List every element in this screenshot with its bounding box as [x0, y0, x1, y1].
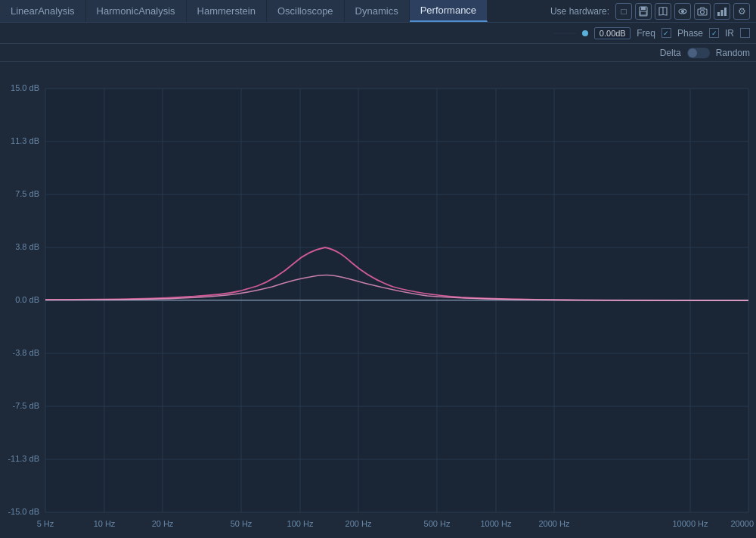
legend-line-dark: [553, 33, 576, 34]
svg-text:500 Hz: 500 Hz: [424, 519, 451, 528]
hw-icon-chart[interactable]: [714, 3, 730, 20]
phase-label: Phase: [677, 28, 703, 39]
svg-text:-7.5 dB: -7.5 dB: [13, 401, 39, 410]
hardware-label: Use hardware:: [550, 6, 609, 17]
tab-linear-analysis[interactable]: LinearAnalysis: [0, 0, 86, 22]
tab-oscilloscope[interactable]: Oscilloscope: [267, 0, 345, 22]
tab-bar: LinearAnalysis HarmonicAnalysis Hammerst…: [0, 0, 756, 23]
svg-text:50 Hz: 50 Hz: [231, 519, 253, 528]
hw-icon-save[interactable]: [635, 3, 652, 20]
svg-text:200 Hz: 200 Hz: [345, 519, 372, 528]
svg-rect-9: [721, 10, 723, 16]
phase-checkbox[interactable]: [709, 28, 719, 38]
hw-icon-gear[interactable]: ⚙: [733, 3, 750, 20]
hw-icon-book[interactable]: [655, 3, 671, 20]
svg-point-7: [701, 11, 705, 14]
freq-checkbox[interactable]: [662, 28, 671, 38]
random-label: Random: [716, 48, 750, 58]
freq-label: Freq: [637, 28, 655, 39]
hw-icon-camera[interactable]: [694, 3, 711, 20]
ir-label: IR: [725, 28, 734, 39]
svg-text:15.0 dB: 15.0 dB: [11, 83, 39, 92]
svg-text:5 Hz: 5 Hz: [37, 519, 54, 528]
svg-rect-8: [717, 12, 720, 16]
svg-text:10 Hz: 10 Hz: [94, 519, 116, 528]
svg-point-5: [682, 11, 684, 13]
hw-icon-rect[interactable]: □: [615, 3, 632, 20]
svg-rect-10: [724, 8, 727, 16]
legend-dot: [582, 30, 588, 36]
svg-text:11.3 dB: 11.3 dB: [11, 136, 39, 145]
tab-performance[interactable]: Performance: [410, 0, 488, 22]
svg-text:-3.8 dB: -3.8 dB: [13, 348, 39, 357]
controls-bar: 0.00dB Freq Phase IR: [0, 23, 756, 44]
tab-hammerstein[interactable]: Hammerstein: [187, 0, 267, 22]
chart-svg: 15.0 dB 11.3 dB 7.5 dB 3.8 dB 0.0 dB -3.…: [0, 62, 756, 538]
svg-text:2000 Hz: 2000 Hz: [539, 519, 570, 528]
svg-text:20000 Hz: 20000 Hz: [730, 519, 756, 528]
svg-text:7.5 dB: 7.5 dB: [15, 189, 39, 198]
svg-rect-1: [641, 7, 646, 10]
svg-text:3.8 dB: 3.8 dB: [15, 242, 39, 251]
svg-text:1000 Hz: 1000 Hz: [481, 519, 512, 528]
svg-text:10000 Hz: 10000 Hz: [672, 519, 708, 528]
db-value-box[interactable]: 0.00dB: [594, 27, 631, 39]
svg-text:-11.3 dB: -11.3 dB: [8, 454, 39, 463]
delta-label: Delta: [660, 48, 681, 58]
svg-rect-2: [640, 11, 646, 15]
delta-toggle[interactable]: [687, 48, 710, 58]
hardware-bar: Use hardware: □ ⚙: [544, 0, 756, 23]
svg-text:20 Hz: 20 Hz: [152, 519, 174, 528]
controls-bar2: Delta Random: [0, 44, 756, 62]
svg-text:0.0 dB: 0.0 dB: [15, 295, 39, 304]
svg-text:100 Hz: 100 Hz: [287, 519, 314, 528]
svg-text:-15.0 dB: -15.0 dB: [8, 507, 39, 516]
tab-harmonic-analysis[interactable]: HarmonicAnalysis: [86, 0, 187, 22]
hw-icon-eye[interactable]: [674, 3, 691, 20]
chart-area: Spectre/Spectre Store: [0, 62, 756, 538]
ir-checkbox[interactable]: [740, 28, 750, 38]
tab-dynamics[interactable]: Dynamics: [345, 0, 410, 22]
